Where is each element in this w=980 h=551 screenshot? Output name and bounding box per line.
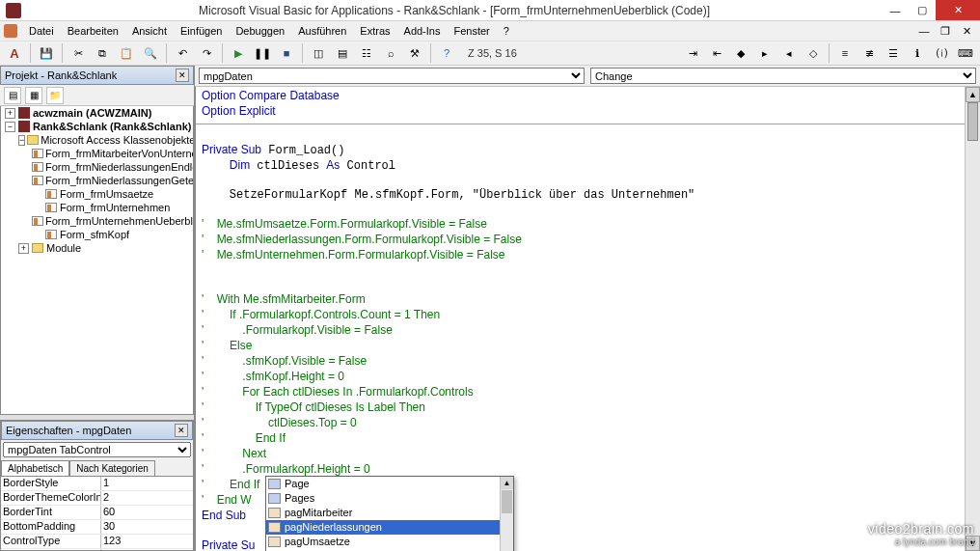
maximize-button[interactable]: ▢	[909, 0, 936, 20]
comment-icon[interactable]: ≡	[834, 42, 856, 64]
watermark: video2brain.com a lynda.com brand	[868, 521, 974, 547]
tree-node[interactable]: Form_frmUnternehmen	[1, 201, 193, 214]
list-members-icon[interactable]: ☰	[883, 42, 904, 64]
menu-ansicht[interactable]: Ansicht	[126, 23, 173, 39]
bookmark-next-icon[interactable]: ▸	[754, 42, 776, 64]
stop-icon[interactable]: ■	[276, 42, 297, 64]
window-title: Microsoft Visual Basic for Applications …	[27, 4, 882, 17]
design-icon[interactable]: ◫	[308, 42, 329, 64]
project-panel-title: Projekt - Rank&Schlank	[5, 69, 117, 81]
outdent-icon[interactable]: ⇤	[706, 42, 727, 64]
project-icon[interactable]: ▤	[332, 42, 353, 64]
complete-word-icon[interactable]: ⌨	[955, 42, 976, 64]
project-panel-toolbar: ▤ ▦ 📁	[0, 85, 194, 106]
tree-node[interactable]: Form_sfmKopf	[1, 228, 193, 241]
tree-node[interactable]: +acwzmain (ACWZMAIN)	[1, 106, 193, 120]
code-editor[interactable]: Option Compare Database Option Explicit …	[195, 87, 980, 551]
intellisense-item[interactable]: pagMitarbeiter	[266, 506, 513, 520]
object-combo[interactable]: mpgDaten	[199, 68, 585, 84]
menu-fenster[interactable]: Fenster	[448, 23, 495, 39]
menu-addins[interactable]: Add-Ins	[398, 23, 447, 39]
intellisense-scrollbar[interactable]: ▲▼	[500, 477, 513, 551]
scroll-thumb[interactable]	[967, 102, 978, 141]
bookmark-icon[interactable]: ◆	[730, 42, 751, 64]
bookmark-clear-icon[interactable]: ◇	[803, 42, 824, 64]
intellisense-popup[interactable]: PagePagespagMitarbeiterpagNiederlassunge…	[265, 476, 514, 551]
properties-tabs: Alphabetisch Nach Kategorien	[1, 459, 193, 477]
bookmark-prev-icon[interactable]: ◂	[778, 42, 800, 64]
toolbox-icon[interactable]: ⚒	[404, 42, 425, 64]
indent-icon[interactable]: ⇥	[682, 42, 703, 64]
find-icon[interactable]: 🔍	[140, 42, 161, 64]
property-row[interactable]: BorderTint60	[1, 506, 193, 520]
property-row[interactable]: ControlType123	[1, 535, 193, 549]
tab-nach-kategorien[interactable]: Nach Kategorien	[69, 460, 155, 476]
pause-icon[interactable]: ❚❚	[252, 42, 273, 64]
view-code-button[interactable]: ▤	[4, 87, 21, 104]
save-icon[interactable]: 💾	[36, 42, 57, 64]
param-info-icon[interactable]: ⒤	[931, 42, 952, 64]
properties-panel: Eigenschaften - mpgDaten ✕ mpgDaten TabC…	[0, 420, 194, 551]
property-row[interactable]: BorderThemeColorInd2	[1, 491, 193, 506]
props-icon[interactable]: ☷	[356, 42, 377, 64]
cut-icon[interactable]: ✂	[68, 42, 89, 64]
properties-grid[interactable]: BorderStyle1BorderThemeColorInd2BorderTi…	[1, 477, 193, 550]
properties-object-combo[interactable]: mpgDaten TabControl	[3, 442, 191, 457]
tree-node[interactable]: Form_frmUnternehmenUeberblic	[1, 214, 193, 228]
tree-node[interactable]: −Microsoft Access Klassenobjekte	[1, 133, 193, 147]
redo-icon[interactable]: ↷	[196, 42, 217, 64]
run-icon[interactable]: ▶	[228, 42, 249, 64]
titlebar: Microsoft Visual Basic for Applications …	[0, 0, 980, 21]
menu-einfuegen[interactable]: Einfügen	[175, 23, 228, 39]
menu-bearbeiten[interactable]: Bearbeiten	[62, 23, 124, 39]
minimize-button[interactable]: —	[882, 0, 909, 20]
mdi-close-button[interactable]: ✕	[957, 23, 976, 39]
intellisense-item[interactable]: pagUmsaetze	[266, 535, 513, 549]
member-icon	[268, 508, 281, 518]
browser-icon[interactable]: ⌕	[380, 42, 401, 64]
mdi-restore-button[interactable]: ❐	[936, 23, 955, 39]
project-tree[interactable]: +acwzmain (ACWZMAIN)−Rank&Schlank (Rank&…	[0, 106, 194, 415]
menu-help[interactable]: ?	[498, 23, 515, 39]
menu-ausfuehren[interactable]: Ausführen	[292, 23, 352, 39]
member-icon	[268, 479, 281, 489]
code-vertical-scrollbar[interactable]: ▲ ▼	[965, 87, 980, 551]
project-panel-close[interactable]: ✕	[176, 69, 189, 82]
member-icon	[268, 522, 281, 533]
uncomment-icon[interactable]: ≢	[858, 42, 880, 64]
paste-icon[interactable]: 📋	[116, 42, 137, 64]
intellisense-item[interactable]: pagNiederlassungen	[266, 520, 513, 535]
vba-app-icon	[6, 3, 21, 18]
view-object-button[interactable]: ▦	[25, 87, 42, 104]
close-button[interactable]: ✕	[936, 0, 980, 20]
properties-panel-close[interactable]: ✕	[175, 424, 188, 437]
undo-icon[interactable]: ↶	[172, 42, 193, 64]
tab-alphabetisch[interactable]: Alphabetisch	[1, 460, 69, 476]
help-icon[interactable]: ?	[436, 42, 457, 64]
quick-info-icon[interactable]: ℹ	[907, 42, 928, 64]
menu-datei[interactable]: Datei	[23, 23, 60, 39]
tree-node[interactable]: Form_frmNiederlassungenGeteil	[1, 174, 193, 187]
intellisense-item[interactable]: Page	[266, 477, 513, 491]
tree-node[interactable]: +Module	[1, 241, 193, 255]
procedure-combo[interactable]: Change	[590, 68, 976, 84]
copy-icon[interactable]: ⧉	[92, 42, 113, 64]
property-row[interactable]: DisplayWhen0	[1, 549, 193, 550]
property-row[interactable]: BorderStyle1	[1, 477, 193, 491]
intellisense-item[interactable]: Pages	[266, 491, 513, 506]
tree-node[interactable]: Form_frmNiederlassungenEndlos	[1, 160, 193, 174]
menu-extras[interactable]: Extras	[354, 23, 395, 39]
scroll-up-button[interactable]: ▲	[966, 87, 980, 102]
toggle-folders-button[interactable]: 📁	[46, 87, 64, 104]
mdi-minimize-button[interactable]: —	[914, 23, 934, 39]
cursor-position-status: Z 35, S 16	[468, 47, 517, 59]
member-icon	[268, 493, 281, 504]
menu-debuggen[interactable]: Debuggen	[230, 23, 290, 39]
tree-node[interactable]: −Rank&Schlank (Rank&Schlank)	[1, 120, 193, 133]
access-icon[interactable]: A	[4, 42, 25, 64]
tree-node[interactable]: Form_frmUmsaetze	[1, 187, 193, 201]
tree-node[interactable]: Form_frmMitarbeiterVonUnterne	[1, 147, 193, 160]
window-buttons: — ▢ ✕	[882, 0, 980, 20]
property-row[interactable]: BottomPadding30	[1, 520, 193, 535]
menubar: Datei Bearbeiten Ansicht Einfügen Debugg…	[0, 21, 980, 41]
